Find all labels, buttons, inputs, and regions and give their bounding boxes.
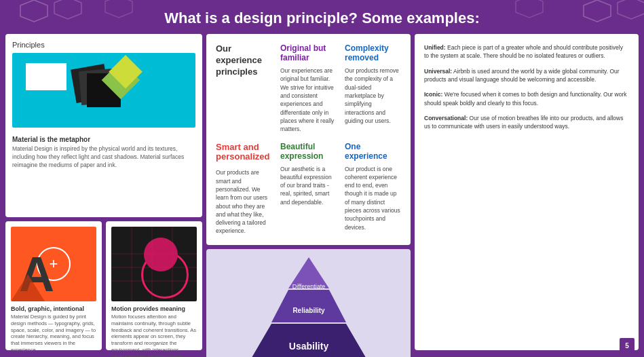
unified-text: Each piece is part of a greater whole an… <box>424 44 623 59</box>
exp-title-main: Our experience <box>216 43 272 67</box>
svg-text:Usability: Usability <box>288 341 328 352</box>
pyramid-card: Differentiate Reliability Usability <box>206 249 411 357</box>
exp-beautiful-body: Our aesthetic is a beautiful expression … <box>280 165 337 207</box>
experience-card: Our experience principles Original but f… <box>206 34 411 245</box>
svg-text:Reliability: Reliability <box>292 307 325 314</box>
page-number: 5 <box>620 338 634 353</box>
exp-original-title: Original but familiar <box>280 43 337 62</box>
bold-graphic-card: + A Bold, graphic, intentional Material … <box>5 221 102 350</box>
exp-beautiful-title: Beautiful expression <box>280 142 337 161</box>
universal-text: Airbnb is used around the world by a wid… <box>424 68 620 83</box>
airbnb-universal: Universal: Airbnb is used around the wor… <box>424 67 629 84</box>
motion-title: Motion provides meaning <box>111 305 197 312</box>
universal-label: Universal: <box>424 68 452 75</box>
right-panel: Unified: Each piece is part of a greater… <box>415 34 639 350</box>
principles-card: Principles Material is th <box>5 34 202 217</box>
iconic-text: We're focused when it comes to both desi… <box>424 91 627 106</box>
exp-title-main2: principles <box>216 67 272 78</box>
exp-one: One experience Our product is one cohere… <box>345 142 401 236</box>
material-metaphor-block: Material is the metaphor Material Design… <box>12 133 195 172</box>
svg-rect-6 <box>26 63 67 90</box>
exp-one-title: One experience <box>345 142 401 161</box>
exp-beautiful: Beautiful expression Our aesthetic is a … <box>280 142 337 236</box>
svg-marker-12 <box>11 274 45 301</box>
airbnb-iconic: Iconic: We're focused when it comes to b… <box>424 90 629 107</box>
material-desc: Material Design is inspired by the physi… <box>12 145 195 170</box>
material-illustration <box>12 53 195 128</box>
exp-smart-body: Our products are smart and personalized.… <box>216 168 272 236</box>
airbnb-card: Unified: Each piece is part of a greater… <box>415 34 639 350</box>
svg-marker-20 <box>271 290 346 322</box>
middle-bottom: Differentiate Reliability Usability <box>206 249 411 357</box>
page-title: What is a design principle? Some example… <box>0 0 644 34</box>
exp-complexity: Complexity removed Our products remove t… <box>345 43 401 134</box>
svg-text:Differentiate: Differentiate <box>292 283 324 290</box>
exp-original-body: Our experiences are original but familia… <box>280 67 337 134</box>
airbnb-conversational: Conversational: Our use of motion breath… <box>424 114 629 131</box>
bold-title: Bold, graphic, intentional <box>11 305 96 312</box>
iconic-label: Iconic: <box>424 91 442 98</box>
exp-our-principles: Our experience principles <box>216 43 272 134</box>
exp-smart-title-2: personalized <box>216 151 272 163</box>
exp-complexity-title: Complexity removed <box>345 43 401 62</box>
conversational-label: Conversational: <box>424 115 468 121</box>
material-subtitle: Material is the metaphor <box>12 136 195 143</box>
bold-illustration: + A <box>11 227 96 301</box>
bold-desc: Material Design is guided by print desig… <box>11 314 96 354</box>
principles-card-title: Principles <box>12 41 195 49</box>
motion-illustration <box>111 227 197 301</box>
motion-desc: Motion focuses attention and maintains c… <box>111 314 197 357</box>
exp-complexity-body: Our products remove the complexity of a … <box>345 67 401 125</box>
airbnb-unified: Unified: Each piece is part of a greater… <box>424 43 629 60</box>
left-panel: Principles Material is th <box>5 34 202 350</box>
bottom-cards: + A Bold, graphic, intentional Material … <box>5 221 202 350</box>
exp-original: Original but familiar Our experiences ar… <box>280 43 337 134</box>
exp-smart: Smart and personalized Our products are … <box>216 142 272 236</box>
motion-card: Motion provides meaning Motion focuses a… <box>106 221 202 350</box>
exp-one-body: Our product is one coherent experience e… <box>345 165 401 232</box>
unified-label: Unified: <box>424 44 446 51</box>
middle-panel: Our experience principles Original but f… <box>206 34 411 350</box>
